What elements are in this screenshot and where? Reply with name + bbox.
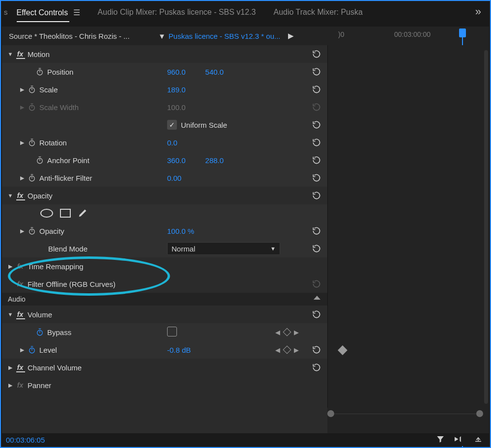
reset-button[interactable]: [311, 154, 322, 166]
disclosure-icon[interactable]: ▶: [18, 345, 27, 354]
tab-truncated-left[interactable]: s: [1, 8, 8, 16]
property-value[interactable]: 0.0: [167, 139, 177, 147]
reset-button[interactable]: [311, 190, 322, 201]
zoom-handle-right[interactable]: [476, 410, 483, 417]
effect-channel-volume[interactable]: ▶ fx Channel Volume: [2, 359, 327, 376]
disclosure-icon[interactable]: ▶: [18, 138, 27, 147]
fx-badge-icon[interactable]: fx: [16, 192, 25, 199]
keyframe-icon[interactable]: [338, 345, 347, 355]
fx-badge-icon[interactable]: fx: [16, 50, 25, 58]
filter-icon[interactable]: [436, 435, 445, 445]
effect-title: Time Remapping: [28, 262, 84, 271]
property-value[interactable]: 360.0288.0: [167, 156, 224, 165]
chevron-down-icon: ▼: [270, 246, 276, 252]
section-audio[interactable]: Audio: [2, 293, 327, 306]
fx-badge-icon[interactable]: fx: [16, 310, 25, 318]
disclosure-icon[interactable]: ▶: [18, 173, 27, 182]
reset-button[interactable]: [311, 243, 322, 254]
sequence-name[interactable]: Puskas licence - SBS v12.3 * ou...: [169, 32, 286, 40]
property-label: Anti-flicker Filter: [39, 174, 92, 182]
mask-ellipse-icon[interactable]: [40, 209, 53, 218]
stopwatch-icon[interactable]: [28, 173, 36, 182]
fx-badge-icon[interactable]: fx: [16, 280, 25, 288]
next-keyframe-icon[interactable]: ▶: [294, 346, 299, 354]
property-value[interactable]: -0.8 dB: [167, 346, 191, 354]
property-value[interactable]: 189.0: [167, 85, 186, 94]
tab-overflow-icon[interactable]: »: [475, 5, 485, 18]
bypass-checkbox[interactable]: [167, 327, 177, 336]
effect-title: Motion: [28, 50, 50, 58]
keyframe-nav[interactable]: ◀ ▶: [275, 346, 299, 354]
property-opacity: ▶ Opacity 100.0 %: [2, 222, 327, 240]
property-value[interactable]: 100.0 %: [167, 227, 194, 235]
timeline-ruler[interactable]: )0 00:03:00:00: [337, 27, 483, 45]
stopwatch-icon[interactable]: [28, 138, 36, 147]
reset-button[interactable]: [311, 225, 322, 237]
blend-mode-select[interactable]: Normal ▼: [167, 242, 280, 255]
prev-keyframe-icon[interactable]: ◀: [275, 329, 280, 336]
tab-effect-controls[interactable]: Effect Controls ☰: [8, 3, 89, 21]
effect-volume[interactable]: ▼ fx Volume: [2, 306, 327, 323]
timeline-keyframe-area[interactable]: [327, 45, 483, 433]
fx-badge-icon[interactable]: fx: [16, 262, 25, 270]
mask-pen-icon[interactable]: [78, 207, 88, 220]
stopwatch-icon[interactable]: [35, 67, 44, 76]
tab-audio-clip-mixer[interactable]: Audio Clip Mixer: Puskas licence - SBS v…: [89, 3, 265, 21]
fx-badge-icon[interactable]: fx: [16, 381, 25, 389]
play-audio-icon[interactable]: [454, 435, 464, 445]
add-keyframe-icon[interactable]: [283, 346, 291, 354]
playhead-marker[interactable]: [459, 28, 466, 37]
disclosure-icon[interactable]: ▼: [6, 191, 15, 200]
collapse-up-icon[interactable]: [314, 296, 320, 300]
disclosure-icon[interactable]: ▶: [18, 85, 27, 94]
effect-filter-offline[interactable]: ▶ fx Filter Offline (RGB Curves): [2, 275, 327, 293]
reset-button[interactable]: [311, 362, 322, 373]
disclosure-icon[interactable]: ▶: [18, 226, 27, 235]
property-uniform-scale: ✓ Uniform Scale: [2, 116, 327, 134]
play-icon[interactable]: ▶: [285, 31, 297, 40]
stopwatch-icon[interactable]: [35, 156, 44, 165]
disclosure-icon[interactable]: ▶: [6, 363, 15, 372]
current-timecode[interactable]: 00:03:06:05: [2, 436, 45, 444]
ruler-tick-start: )0: [338, 30, 344, 38]
stopwatch-icon[interactable]: [35, 328, 44, 336]
export-icon[interactable]: [473, 435, 483, 445]
reset-button[interactable]: [311, 344, 322, 356]
disclosure-icon[interactable]: ▶: [6, 262, 15, 271]
stopwatch-icon[interactable]: [28, 345, 36, 354]
reset-button[interactable]: [311, 66, 322, 78]
reset-button[interactable]: [311, 308, 322, 320]
timeline-zoom-scrollbar[interactable]: [327, 410, 483, 419]
uniform-scale-checkbox[interactable]: ✓: [167, 120, 177, 130]
reset-button[interactable]: [311, 137, 322, 148]
effect-opacity[interactable]: ▼ fx Opacity: [2, 187, 327, 204]
effect-panner[interactable]: ▶ fx Panner: [2, 376, 327, 394]
vertical-scrollbar[interactable]: [484, 50, 488, 404]
mask-rectangle-icon[interactable]: [60, 209, 71, 218]
property-label: Position: [47, 68, 73, 76]
sequence-dropdown-icon[interactable]: ▼: [155, 32, 169, 40]
reset-button[interactable]: [311, 172, 322, 184]
disclosure-icon[interactable]: ▼: [6, 50, 15, 58]
reset-button[interactable]: [311, 119, 322, 131]
keyframe-nav[interactable]: ◀ ▶: [275, 329, 299, 336]
reset-button[interactable]: [311, 84, 322, 95]
add-keyframe-icon[interactable]: [283, 328, 291, 336]
property-value[interactable]: 0.00: [167, 174, 181, 182]
tab-audio-track-mixer[interactable]: Audio Track Mixer: Puska: [265, 3, 372, 21]
effect-time-remapping[interactable]: ▶ fx Time Remapping: [2, 257, 327, 275]
effect-title: Panner: [28, 381, 51, 390]
disclosure-icon[interactable]: ▼: [6, 310, 15, 319]
disclosure-icon[interactable]: ▶: [6, 381, 15, 390]
stopwatch-icon[interactable]: [28, 226, 36, 235]
next-keyframe-icon[interactable]: ▶: [294, 329, 299, 336]
property-level: ▶ Level -0.8 dB ◀ ▶: [2, 341, 327, 359]
reset-button[interactable]: [311, 48, 322, 60]
effect-motion[interactable]: ▼ fx Motion: [2, 45, 327, 63]
prev-keyframe-icon[interactable]: ◀: [275, 346, 280, 354]
property-value[interactable]: 960.0540.0: [167, 68, 224, 76]
zoom-handle-left[interactable]: [327, 410, 334, 417]
stopwatch-icon[interactable]: [28, 85, 36, 94]
panel-menu-icon[interactable]: ☰: [73, 8, 80, 17]
fx-badge-icon[interactable]: fx: [16, 364, 25, 371]
